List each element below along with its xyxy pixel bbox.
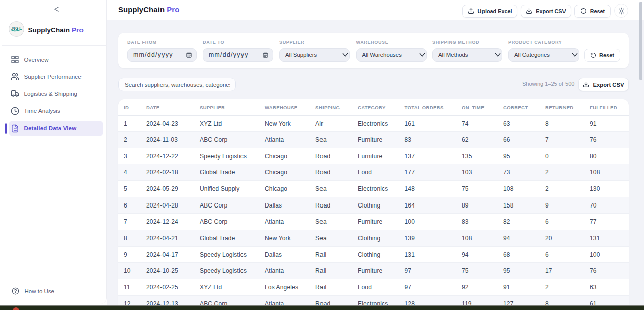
svg-text:NOT THE OBVIOUS: NOT THE OBVIOUS xyxy=(12,32,22,33)
